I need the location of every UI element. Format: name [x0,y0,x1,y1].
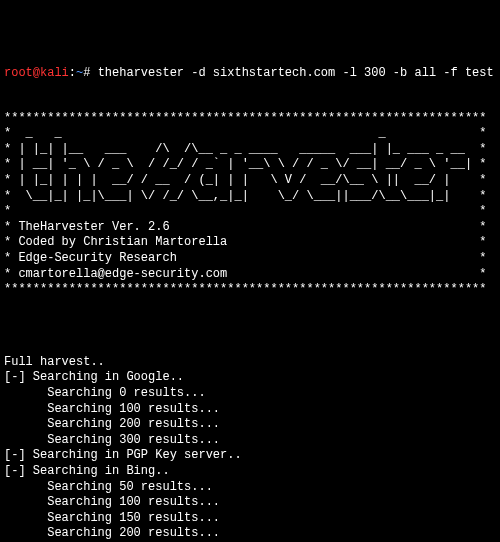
section-2-line-0: Searching 50 results... [4,480,213,494]
info-2: * Edge-Security Research * [4,251,486,265]
info-3: * cmartorella@edge-security.com * [4,267,486,281]
info-0: * TheHarvester Ver. 2.6 * [4,220,486,234]
prompt-sep2: # [83,66,97,80]
ascii-art-4: * \__|_| |_|\___| \/ /_/ \__,_|_| \_/ \_… [4,189,486,203]
command-text[interactable]: theharvester -d sixthstartech.com -l 300… [98,66,494,80]
prompt-user: root@kali [4,66,69,80]
section-2-line-1: Searching 100 results... [4,495,220,509]
section-1-title: [-] Searching in PGP Key server.. [4,448,242,462]
border-bottom: ****************************************… [4,282,486,296]
info-1: * Coded by Christian Martorella * [4,235,486,249]
section-0-line-1: Searching 100 results... [4,402,220,416]
ascii-art-2: * | __| '_ \ / _ \ / /_/ / _` | '__\ \ /… [4,157,486,171]
ascii-art-3: * | |_| | | | __/ / __ / (_| | | \ V / _… [4,173,486,187]
ascii-art-0: * _ _ _ * [4,126,486,140]
ascii-art-1: * | |_| |__ ___ /\ /\__ _ _ ____ _____ _… [4,142,486,156]
section-0-title: [-] Searching in Google.. [4,370,184,384]
section-2-line-3: Searching 200 results... [4,526,220,540]
border-top: ****************************************… [4,111,486,125]
section-0-line-2: Searching 200 results... [4,417,220,431]
prompt-sep1: : [69,66,76,80]
section-0-line-0: Searching 0 results... [4,386,206,400]
section-2-line-2: Searching 150 results... [4,511,220,525]
output-header: Full harvest.. [4,355,105,369]
ascii-art-5: * * [4,204,486,218]
section-2-title: [-] Searching in Bing.. [4,464,170,478]
terminal-output: root@kali:~# theharvester -d sixthstarte… [4,66,496,542]
section-0-line-3: Searching 300 results... [4,433,220,447]
